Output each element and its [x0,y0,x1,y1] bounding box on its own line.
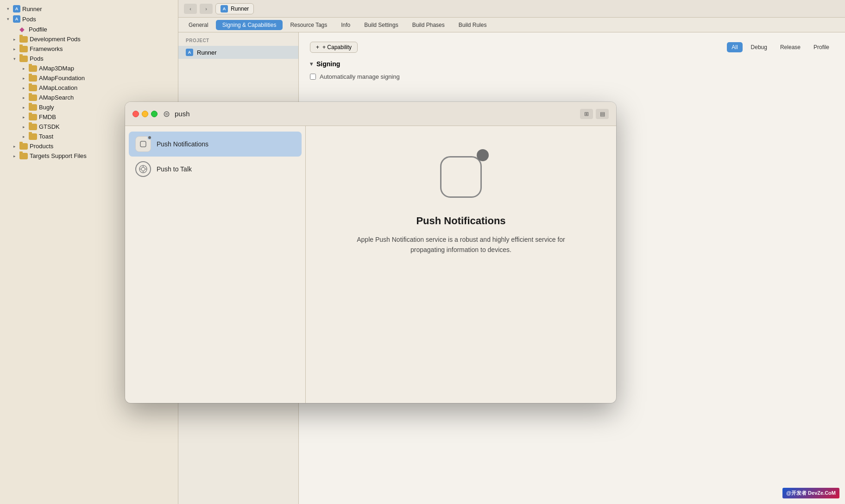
gem-icon: ◆ [19,25,27,33]
chevron-icon [5,6,11,12]
tab-resource-tags[interactable]: Resource Tags [284,20,334,30]
sidebar-item-runner[interactable]: A Runner [0,4,178,14]
signing-chevron-icon: ▾ [310,61,313,67]
filter-all-btn[interactable]: All [727,42,742,52]
sidebar-item-label: Runner [22,6,42,13]
tab-signing[interactable]: Signing & Capabilities [216,20,283,30]
filter-debug-btn[interactable]: Debug [746,42,772,52]
folder-icon [29,94,37,101]
modal-titlebar: ✕ ⊜ push ⊞ ▤ [125,102,616,126]
sidebar-item-pods-sub[interactable]: Pods [0,54,178,63]
xcode-tab-bar: ‹ › A Runner [178,0,845,18]
folder-icon [29,104,37,111]
svg-point-2 [141,167,145,171]
folder-icon [29,133,37,140]
nav-forward-btn[interactable]: › [200,4,213,14]
view-panel-btn[interactable]: ▤ [596,109,609,119]
push-modal: ✕ ⊜ push ⊞ ▤ Push Notificatio [125,102,616,403]
sidebar-item-label: AMapLocation [39,84,77,91]
sidebar-item-label: GTSDK [39,123,60,130]
filter-profile-btn[interactable]: Profile [809,42,834,52]
modal-filter-icon: ⊜ [163,109,170,119]
sidebar-item-dev-pods[interactable]: Development Pods [0,34,178,44]
chevron-icon [20,94,27,101]
big-push-icon [440,156,482,198]
runner-tab-icon: A [221,5,228,13]
project-runner-item[interactable]: A Runner [178,46,298,59]
chevron-icon [11,143,18,150]
sidebar-item-amapsearch[interactable]: AMapSearch [0,93,178,102]
chevron-icon [20,114,27,120]
folder-icon [19,56,28,62]
folder-icon [19,46,28,52]
modal-title: push [175,110,190,118]
signing-panel: + + Capability All Debug Release Profile… [299,32,845,89]
sidebar-item-label: Development Pods [30,36,81,43]
tab-build-settings[interactable]: Build Settings [358,20,404,30]
chevron-icon [11,36,18,43]
project-runner-label: Runner [197,49,217,56]
signing-auto-row: Automatically manage signing [310,73,834,80]
view-grid-btn[interactable]: ⊞ [580,109,593,119]
detail-description: Apple Push Notification service is a rob… [350,234,572,255]
project-label: PROJECT [178,32,298,46]
modal-list: Push Notifications Push to Talk [125,126,306,403]
sidebar-item-label: AMapFoundation [39,75,85,82]
chevron-icon [20,75,27,82]
runner-tab[interactable]: A Runner [215,3,254,14]
tab-build-rules[interactable]: Build Rules [452,20,493,30]
signing-auto-checkbox[interactable] [310,74,316,80]
list-item-label: Push Notifications [157,140,208,148]
folder-icon [29,124,37,130]
sidebar-item-podfile[interactable]: ◆ Podfile [0,24,178,34]
push-talk-icon [135,161,151,177]
chevron-icon [11,56,18,62]
sidebar-item-label: Frameworks [30,45,63,52]
filter-bar: + + Capability All Debug Release Profile [310,42,834,53]
list-item-push-to-talk[interactable]: Push to Talk [129,157,302,182]
sidebar-item-label: Targets Support Files [30,152,87,159]
sidebar-item-label: AMap3DMap [39,65,74,72]
sidebar-item-label: AMapSearch [39,94,74,101]
sidebar-item-amaplocation[interactable]: AMapLocation [0,83,178,93]
folder-icon [29,65,37,72]
list-item-push-notifications[interactable]: Push Notifications [129,132,302,157]
modal-body: Push Notifications Push to Talk [125,126,616,403]
modal-fullscreen-btn[interactable] [151,111,158,117]
sidebar-item-label: Toast [39,133,53,140]
sidebar-item-amapfoundation[interactable]: AMapFoundation [0,73,178,83]
modal-close-btn[interactable]: ✕ [132,111,139,117]
sidebar-item-frameworks[interactable]: Frameworks [0,44,178,54]
tab-general[interactable]: General [182,20,215,30]
sidebar-item-pods-root[interactable]: A Pods [0,14,178,24]
folder-icon [19,153,28,159]
signing-label: Signing [316,60,340,68]
sidebar-item-label: Bugly [39,104,54,111]
tab-info[interactable]: Info [334,20,357,30]
sidebar-item-label: Podfile [29,26,47,33]
push-notifications-icon [135,136,151,152]
modal-detail: Push Notifications Apple Push Notificati… [306,126,616,403]
tab-build-phases[interactable]: Build Phases [406,20,451,30]
nav-back-btn[interactable]: ‹ [184,4,197,14]
watermark: @开发者 DevZe.CoM [782,488,839,498]
add-capability-btn[interactable]: + + Capability [310,42,358,53]
sidebar-item-amap3dmap[interactable]: AMap3DMap [0,63,178,73]
modal-minimize-btn[interactable] [142,111,148,117]
filter-release-btn[interactable]: Release [776,42,805,52]
chevron-icon [20,133,27,140]
runner-tab-label: Runner [231,6,249,12]
window-controls: ✕ [132,111,158,117]
push-notif-dot [147,135,152,140]
folder-icon [19,143,28,150]
list-item-label: Push to Talk [157,165,192,173]
chevron-icon [20,104,27,111]
chevron-icon [20,85,27,91]
sidebar-item-label: FMDB [39,113,56,120]
capability-btn-label: + Capability [322,44,352,50]
big-push-dot [477,149,489,161]
svg-rect-0 [140,141,146,147]
chevron-icon [11,46,18,52]
project-runner-icon: A [186,49,193,56]
sidebar-item-label: Products [30,143,53,150]
